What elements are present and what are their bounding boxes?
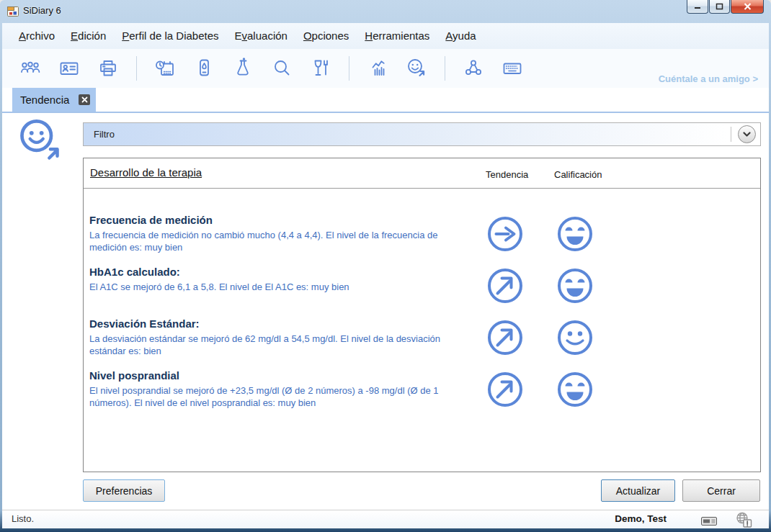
row-title: HbA1c calculado: <box>89 266 754 278</box>
row-description: El A1C se mejoró de 6,1 a 5,8. El nivel … <box>89 281 476 293</box>
client-area: Archivo Edición Perfil de la Diabetes Ev… <box>2 23 769 528</box>
close-window-button[interactable] <box>731 0 764 14</box>
trend-page: Filtro Desarrollo de la terapia Tendenci… <box>2 113 769 510</box>
trend-up-icon <box>486 319 524 356</box>
header-divider <box>84 188 760 189</box>
rating-very-good-icon <box>556 371 594 408</box>
menu-edicion[interactable]: Edición <box>63 23 114 49</box>
table-row: Nivel posprandial El nivel posprandial s… <box>89 367 754 419</box>
window-title: SiDiary 6 <box>23 5 61 16</box>
current-patient: Demo, Test <box>615 513 667 524</box>
rating-very-good-icon <box>556 267 594 305</box>
table-row: Desviación Estándar: La desviación están… <box>89 315 754 367</box>
report-title: Desarrollo de la terapia <box>90 166 202 179</box>
statistics-icon[interactable] <box>367 58 388 79</box>
row-description: El nivel posprandial se mejoró de +23,5 … <box>89 384 476 409</box>
row-title: Desviación Estándar: <box>89 317 754 330</box>
rating-good-icon <box>556 319 594 356</box>
title-bar: SiDiary 6 <box>0 0 771 23</box>
preferences-button[interactable]: Preferencias <box>83 479 165 502</box>
diary-icon[interactable] <box>154 58 176 79</box>
table-row: HbA1c calculado: El A1C se mejoró de 6,1… <box>89 263 754 315</box>
nutrition-icon[interactable] <box>310 58 331 79</box>
minimize-button[interactable] <box>687 0 708 14</box>
toolbar-separator <box>349 56 349 81</box>
tab-label: Tendencia <box>12 94 69 106</box>
app-logo-icon <box>6 5 19 18</box>
toolbar-separator <box>136 56 137 81</box>
menu-ayuda[interactable]: Ayuda <box>437 23 483 49</box>
lab-icon[interactable] <box>232 58 254 79</box>
column-header-trend: Tendencia <box>486 169 528 180</box>
keyboard-icon[interactable] <box>502 58 523 79</box>
menu-opciones[interactable]: Opciones <box>295 23 357 49</box>
trend-up-icon <box>486 371 524 408</box>
online-status-icon <box>735 512 753 531</box>
trend-up-icon <box>486 267 524 305</box>
therapy-report-panel: Desarrollo de la terapia Tendencia Calif… <box>83 158 761 472</box>
patients-icon[interactable] <box>19 58 41 79</box>
rating-very-good-icon <box>556 215 594 253</box>
row-title: Frecuencia de medición <box>89 214 754 226</box>
toolbar-separator <box>445 56 445 81</box>
column-header-rating: Calificación <box>554 169 602 180</box>
trend-flat-icon <box>486 215 524 253</box>
table-row: Frecuencia de medición La frecuencia de … <box>89 212 754 263</box>
menu-perfil-diabetes[interactable]: Perfil de la Diabetes <box>114 23 226 49</box>
filter-panel-header[interactable]: Filtro <box>83 122 761 146</box>
share-icon[interactable] <box>463 58 484 79</box>
trend-icon[interactable] <box>406 58 427 79</box>
close-button[interactable]: Cerrar <box>682 479 760 502</box>
app-window: SiDiary 6 Archivo Edición Perfil de la D… <box>0 0 771 532</box>
update-button[interactable]: Actualizar <box>601 479 675 502</box>
tab-bar: Tendencia <box>2 88 769 113</box>
patient-record-icon[interactable] <box>58 58 80 79</box>
menu-evaluacion[interactable]: Evaluación <box>227 23 295 49</box>
status-bar: Listo. Demo, Test <box>2 510 769 528</box>
row-description: La desviación estándar se mejoró de 62 m… <box>89 333 476 357</box>
menu-bar: Archivo Edición Perfil de la Diabetes Ev… <box>2 23 769 49</box>
menu-herramientas[interactable]: Herramientas <box>357 23 437 49</box>
toolbar: Cuéntale a un amigo > <box>2 49 769 88</box>
filter-label: Filtro <box>94 123 115 145</box>
filter-expand-button[interactable] <box>738 125 756 143</box>
keyboard-status-icon <box>701 515 717 528</box>
print-icon[interactable] <box>97 58 119 79</box>
tell-a-friend-link[interactable]: Cuéntale a un amigo > <box>659 73 758 84</box>
row-title: Nivel posprandial <box>89 369 754 382</box>
trend-smiley-icon <box>17 117 63 163</box>
status-message: Listo. <box>12 513 34 524</box>
meter-import-icon[interactable] <box>193 58 215 79</box>
search-icon[interactable] <box>271 58 293 79</box>
tab-close-icon[interactable] <box>79 94 90 105</box>
menu-archivo[interactable]: Archivo <box>11 23 63 49</box>
maximize-button[interactable] <box>709 0 730 14</box>
row-description: La frecuencia de medición no cambió much… <box>89 229 476 253</box>
filter-separator <box>731 127 731 142</box>
tab-tendencia[interactable]: Tendencia <box>12 88 96 112</box>
